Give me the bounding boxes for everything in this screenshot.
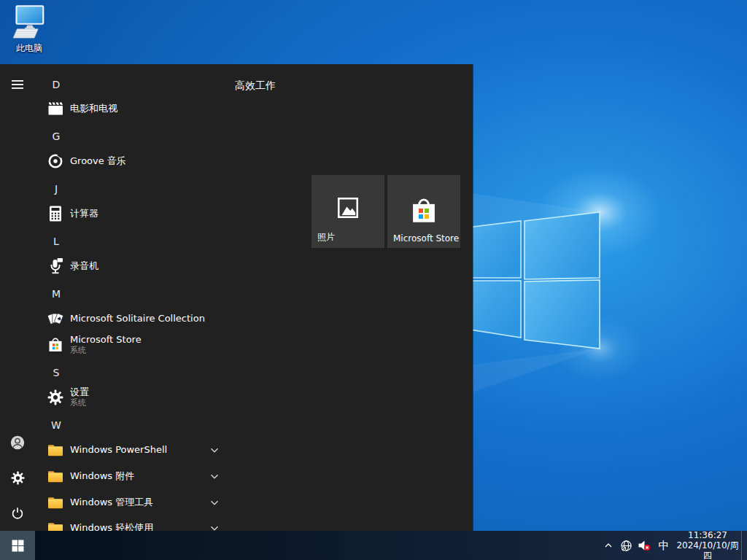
globe-no-internet-icon [620, 540, 632, 552]
screen: 此电脑 [0, 0, 747, 560]
app-label: 电影和电视 [70, 103, 117, 114]
app-group-windows-accessories[interactable]: Windows 附件 [47, 463, 233, 489]
gear-icon [10, 470, 26, 486]
tray-overflow-button[interactable] [600, 531, 617, 560]
app-label: Microsoft Solitaire Collection [70, 313, 205, 324]
hamburger-icon [12, 80, 23, 89]
tile-label: 照片 [317, 231, 335, 244]
section-letter-G[interactable]: G [48, 128, 64, 145]
groove-music-icon [47, 152, 64, 170]
app-solitaire[interactable]: ♠ Microsoft Solitaire Collection [47, 306, 233, 332]
volume-button[interactable] [635, 531, 654, 560]
clock-time: 11:36:27 [674, 530, 741, 540]
taskbar-clock[interactable]: 11:36:27 2024/10/10/周四 [674, 530, 741, 560]
app-label: Windows 附件 [70, 470, 134, 482]
solitaire-icon: ♠ [47, 310, 64, 327]
show-desktop-button[interactable] [741, 531, 747, 560]
app-voice-recorder[interactable]: 录音机 [47, 253, 233, 279]
section-letter-label: L [53, 236, 59, 247]
app-group-windows-powershell[interactable]: Windows PowerShell [47, 437, 233, 463]
tile-microsoft-store[interactable]: Microsoft Store [387, 175, 460, 248]
section-letter-J[interactable]: J [48, 180, 64, 198]
section-letter-label: G [53, 131, 61, 142]
start-button[interactable] [0, 531, 35, 560]
user-account-button[interactable] [0, 429, 35, 456]
tile-photos[interactable]: 照片 [311, 175, 384, 248]
store-icon [409, 195, 439, 226]
app-label: 计算器 [70, 208, 98, 219]
store-icon [47, 336, 64, 354]
tile-label: Microsoft Store [393, 233, 459, 244]
section-letter-S[interactable]: S [48, 364, 64, 381]
section-letter-label: J [55, 183, 58, 195]
desktop-icon-label: 此电脑 [16, 42, 42, 55]
section-letter-M[interactable]: M [48, 285, 64, 303]
app-calculator[interactable]: 计算器 [47, 201, 233, 227]
rail-settings-button[interactable] [0, 464, 35, 491]
app-sublabel: 系统 [70, 398, 89, 408]
app-microsoft-store[interactable]: Microsoft Store 系统 [47, 329, 233, 361]
power-icon [9, 505, 26, 521]
folder-icon [47, 494, 64, 511]
app-sublabel: 系统 [70, 346, 142, 356]
chevron-down-icon[interactable] [209, 473, 220, 480]
section-letter-D[interactable]: D [48, 76, 64, 93]
chevron-up-icon [604, 542, 613, 548]
app-label: 设置 [70, 386, 89, 398]
section-letter-W[interactable]: W [48, 416, 64, 434]
desktop-icon-this-pc[interactable]: 此电脑 [4, 4, 54, 61]
this-pc-icon [9, 4, 50, 41]
chevron-down-icon[interactable] [209, 499, 220, 506]
folder-icon [47, 441, 64, 459]
ime-indicator[interactable]: 中 [654, 531, 674, 560]
chevron-down-icon[interactable] [209, 447, 220, 454]
app-label: Microsoft Store [70, 334, 142, 346]
app-label: Windows 管理工具 [70, 497, 153, 508]
app-groove-music[interactable]: Groove 音乐 [47, 148, 233, 174]
app-label: Groove 音乐 [70, 155, 126, 167]
system-tray: 中 11:36:27 2024/10/10/周四 [600, 531, 747, 560]
section-letter-label: M [52, 288, 61, 300]
network-status-button[interactable] [617, 531, 635, 560]
folder-icon [47, 467, 64, 485]
clock-date: 2024/10/10/周四 [674, 540, 741, 560]
user-avatar-icon [9, 435, 26, 451]
section-letter-label: W [51, 419, 61, 431]
app-settings[interactable]: 设置 系统 [47, 381, 233, 413]
start-expand-button[interactable] [0, 71, 35, 98]
taskbar: 中 11:36:27 2024/10/10/周四 [0, 531, 747, 560]
photos-icon [336, 195, 360, 220]
movies-tv-icon [47, 100, 64, 117]
calculator-icon [47, 205, 64, 222]
app-label: Windows PowerShell [70, 444, 167, 456]
windows-logo-icon [12, 540, 24, 552]
app-label: 录音机 [70, 260, 98, 272]
app-group-windows-admin-tools[interactable]: Windows 管理工具 [47, 489, 233, 516]
voice-recorder-icon [47, 257, 64, 275]
settings-icon [47, 389, 64, 406]
section-letter-L[interactable]: L [48, 233, 64, 250]
section-letter-label: S [53, 367, 60, 378]
tile-group-title[interactable]: 高效工作 [235, 79, 276, 93]
start-menu: D 电影和电视 G [0, 64, 473, 531]
app-movies-tv[interactable]: 电影和电视 [47, 96, 233, 122]
speaker-muted-icon [638, 540, 651, 551]
power-button[interactable] [0, 500, 35, 526]
section-letter-label: D [53, 79, 61, 90]
